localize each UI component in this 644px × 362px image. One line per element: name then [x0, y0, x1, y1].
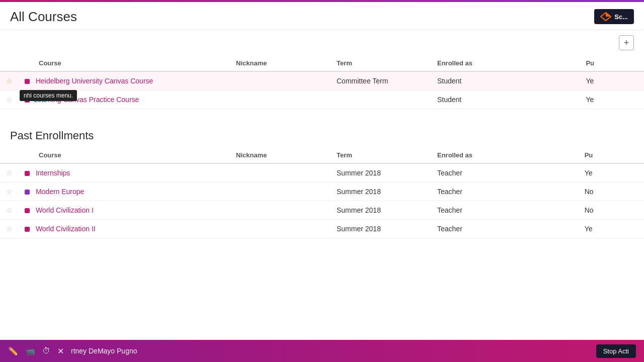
main-content: Course Nickname Term Enrolled as Pu ☆ He… — [0, 55, 644, 294]
term-cell: Committee Term — [331, 71, 431, 90]
current-enrollments-table: Course Nickname Term Enrolled as Pu ☆ He… — [0, 55, 644, 109]
course-name-cell: World Civilization I — [19, 201, 230, 220]
course-link[interactable]: Modern Europe — [36, 188, 85, 196]
past-enrollments-table: Course Nickname Term Enrolled as Pu ☆ In… — [0, 147, 644, 238]
star-toggle[interactable]: ☆ — [0, 201, 19, 220]
enrolled-as-cell: Teacher — [431, 201, 579, 220]
course-link[interactable]: Heidelberg University Canvas Course — [36, 77, 153, 85]
course-name-cell: World Civilization II — [19, 220, 230, 238]
table-row: ☆ World Civilization II Summer 2018 Teac… — [0, 220, 644, 238]
course-name-cell: Internships — [19, 163, 230, 183]
nickname-cell — [230, 71, 331, 90]
tooltip-box: nhi courses menu. — [20, 90, 77, 101]
enrolled-as-cell: Teacher — [431, 183, 579, 201]
term-cell: Summer 2018 — [331, 220, 431, 238]
tooltip-text: courses menu. — [33, 92, 73, 99]
published-cell: Ye — [579, 220, 644, 238]
star-toggle[interactable]: ☆ — [0, 220, 19, 238]
powerschool-logo-icon — [600, 12, 611, 21]
enrolled-as-cell: Student — [431, 71, 580, 90]
term-cell — [331, 90, 431, 109]
past-col-header-nickname: Nickname — [230, 147, 331, 163]
table-row: ☆ Learning Canvas Practice Course Studen… — [0, 90, 644, 109]
published-cell: No — [579, 183, 644, 201]
col-header-course: Course — [19, 55, 230, 71]
nickname-cell — [230, 220, 331, 238]
toolbar: + — [0, 30, 644, 55]
col-header-enrolled-as: Enrolled as — [431, 55, 580, 71]
course-link[interactable]: World Civilization II — [36, 225, 96, 233]
enrolled-as-cell: Student — [431, 90, 580, 109]
page-title: All Courses — [10, 9, 77, 25]
enrolled-as-cell: Teacher — [431, 220, 579, 238]
course-name-cell: Modern Europe — [19, 183, 230, 201]
tooltip-container: Heidelberg University Canvas Course nhi … — [25, 77, 224, 85]
past-col-header-course: Course — [19, 147, 230, 163]
nickname-cell — [230, 90, 331, 109]
published-cell: No — [579, 201, 644, 220]
star-toggle[interactable]: ☆ — [0, 90, 19, 109]
star-toggle[interactable]: ☆ — [0, 163, 19, 183]
enrolled-as-cell: Teacher — [431, 163, 579, 183]
nickname-cell — [230, 183, 331, 201]
past-col-header-enrolled-as: Enrolled as — [431, 147, 579, 163]
term-cell: Summer 2018 — [331, 201, 431, 220]
published-cell: Ye — [580, 71, 644, 90]
table-row: ☆ Heidelberg University Canvas Course nh… — [0, 71, 644, 90]
past-col-header-star — [0, 147, 19, 163]
powerschool-logo-text: Sc... — [614, 13, 628, 21]
col-header-star — [0, 55, 19, 71]
star-toggle[interactable]: ☆ — [0, 183, 19, 201]
star-toggle[interactable]: ☆ — [0, 71, 19, 90]
past-col-header-term: Term — [331, 147, 431, 163]
powerschool-logo: Sc... — [594, 9, 634, 24]
past-enrollments-header-row: Course Nickname Term Enrolled as Pu — [0, 147, 644, 163]
col-header-term: Term — [331, 55, 431, 71]
term-cell: Summer 2018 — [331, 163, 431, 183]
header-area: All Courses Sc... — [0, 2, 644, 30]
course-name-cell: Heidelberg University Canvas Course nhi … — [19, 71, 230, 90]
term-cell: Summer 2018 — [331, 183, 431, 201]
table-row: ☆ Internships Summer 2018 Teacher Ye — [0, 163, 644, 183]
tooltip-prefix: nhi — [24, 92, 33, 99]
nickname-cell — [230, 163, 331, 183]
add-courses-button[interactable]: + — [619, 35, 634, 50]
current-enrollments-header-row: Course Nickname Term Enrolled as Pu — [0, 55, 644, 71]
past-enrollments-heading: Past Enrollments — [0, 124, 644, 147]
course-link[interactable]: Internships — [36, 169, 70, 177]
col-header-nickname: Nickname — [230, 55, 331, 71]
table-row: ☆ Modern Europe Summer 2018 Teacher No — [0, 183, 644, 201]
past-col-header-published: Pu — [579, 147, 644, 163]
table-row: ☆ World Civilization I Summer 2018 Teach… — [0, 201, 644, 220]
course-link[interactable]: World Civilization I — [36, 206, 94, 214]
published-cell: Ye — [580, 90, 644, 109]
nickname-cell — [230, 201, 331, 220]
published-cell: Ye — [579, 163, 644, 183]
col-header-published: Pu — [580, 55, 644, 71]
